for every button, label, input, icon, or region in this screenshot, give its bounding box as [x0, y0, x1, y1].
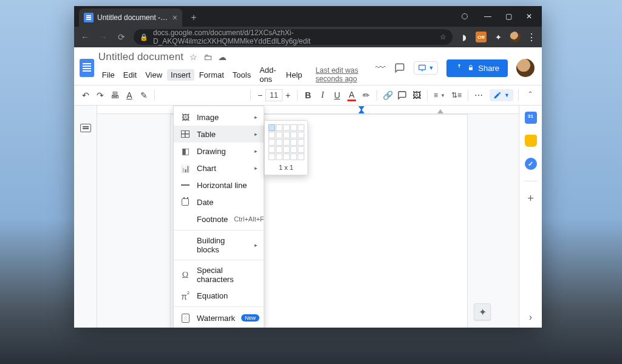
redo-button[interactable]: ↷ [94, 88, 107, 103]
table-grid-cell[interactable] [290, 153, 297, 160]
underline-button[interactable]: U [330, 88, 344, 103]
table-grid-cell[interactable] [283, 124, 290, 131]
add-addon-button[interactable]: + [527, 192, 534, 205]
table-grid-cell[interactable] [283, 146, 290, 153]
close-window-button[interactable]: ✕ [519, 8, 539, 25]
menu-view[interactable]: View [142, 69, 166, 81]
share-button[interactable]: Share [446, 59, 508, 77]
account-indicator-icon[interactable] [462, 13, 468, 19]
table-grid-cell[interactable] [290, 124, 297, 131]
address-bar[interactable]: 🔒 docs.google.com/document/d/12XCsAzhXi-… [134, 29, 453, 45]
extensions-puzzle-icon[interactable]: ✦ [493, 32, 504, 42]
move-button[interactable]: 🗀 [203, 52, 212, 62]
insert-menu-item-special-characters[interactable]: Special characters [174, 263, 264, 287]
table-grid-cell[interactable] [290, 139, 297, 146]
maximize-button[interactable]: ▢ [498, 8, 519, 25]
editing-mode-button[interactable]: ▼ [490, 89, 513, 101]
horizontal-ruler[interactable] [97, 106, 519, 114]
insert-menu-item-date[interactable]: Date [174, 194, 264, 211]
new-tab-button[interactable]: + [186, 10, 202, 25]
table-grid-cell[interactable] [268, 146, 275, 153]
extension-icon-2[interactable]: Off [476, 32, 487, 42]
italic-button[interactable]: I [316, 88, 329, 103]
account-avatar[interactable] [516, 59, 535, 77]
text-color-button[interactable]: A [345, 88, 358, 103]
insert-link-button[interactable]: 🔗 [381, 88, 394, 103]
insert-menu-item-building-blocks[interactable]: Building blocks▸ [174, 233, 264, 257]
table-grid-cell[interactable] [283, 153, 290, 160]
insert-menu-item-chart[interactable]: Chart▸ [174, 160, 264, 177]
print-button[interactable]: 🖶 [108, 88, 121, 103]
insert-menu-item-image[interactable]: Image▸ [174, 109, 264, 126]
profile-avatar-icon[interactable] [510, 32, 521, 42]
add-comment-button[interactable] [395, 88, 409, 103]
table-grid-cell[interactable] [298, 153, 304, 160]
last-edit-link[interactable]: Last edit was seconds ago [312, 65, 372, 84]
table-grid-cell[interactable] [298, 124, 304, 131]
activity-icon[interactable]: 〰 [375, 62, 386, 74]
cloud-saved-icon[interactable]: ☁ [218, 52, 227, 62]
font-size-increase[interactable]: + [282, 90, 293, 100]
table-grid-cell[interactable] [268, 124, 275, 131]
document-title[interactable]: Untitled document [98, 51, 183, 63]
table-grid-cell[interactable] [268, 139, 275, 146]
comments-icon[interactable] [394, 62, 405, 73]
spellcheck-button[interactable]: A [123, 88, 136, 103]
table-grid-cell[interactable] [298, 139, 304, 146]
paint-format-button[interactable]: ✎ [137, 88, 151, 103]
star-button[interactable]: ☆ [190, 52, 197, 62]
more-tools-button[interactable]: ⋯ [472, 88, 485, 103]
menu-edit[interactable]: Edit [120, 69, 140, 81]
present-button[interactable]: ▼ [414, 61, 438, 75]
table-grid-cell[interactable] [276, 132, 282, 138]
table-grid-cell[interactable] [276, 124, 282, 131]
explore-button[interactable]: ✦ [474, 303, 491, 320]
table-grid-cell[interactable] [276, 146, 282, 153]
outline-toggle-icon[interactable] [80, 124, 91, 132]
table-grid-cell[interactable] [283, 132, 290, 138]
highlight-button[interactable]: ✏ [360, 88, 373, 103]
browser-tab[interactable]: Untitled document - Google Doc × [79, 8, 182, 27]
menu-insert[interactable]: Insert [167, 69, 194, 81]
bookmark-star-icon[interactable]: ☆ [440, 33, 446, 41]
tasks-app-icon[interactable] [525, 158, 537, 170]
table-grid-cell[interactable] [298, 146, 304, 153]
ruler-right-margin-marker-icon[interactable] [437, 109, 443, 113]
insert-menu-item-drawing[interactable]: Drawing▸ [174, 143, 264, 160]
table-grid-cell[interactable] [290, 132, 297, 138]
insert-menu-item-horizontal-line[interactable]: Horizontal line [174, 177, 264, 194]
table-grid-cell[interactable] [276, 139, 282, 146]
align-dropdown[interactable]: ≡ ▼ [431, 91, 448, 99]
keep-app-icon[interactable] [525, 135, 537, 147]
menu-file[interactable]: File [98, 69, 118, 81]
menu-addons[interactable]: Add-ons [256, 64, 281, 85]
browser-menu-button[interactable]: ⋮ [527, 32, 537, 43]
back-button[interactable]: ← [79, 32, 91, 42]
bold-button[interactable]: B [301, 88, 315, 103]
menu-tools[interactable]: Tools [229, 69, 255, 81]
minimize-button[interactable]: — [477, 8, 498, 25]
table-grid-cell[interactable] [298, 132, 304, 138]
undo-button[interactable]: ↶ [79, 88, 92, 103]
table-grid-cell[interactable] [268, 132, 275, 138]
insert-menu-item-table[interactable]: Table▸ [174, 126, 264, 143]
line-spacing-button[interactable]: ⇅≡ [449, 91, 464, 99]
ruler-left-margin-marker-icon[interactable] [358, 109, 364, 113]
insert-menu-item-equation[interactable]: π²Equation [174, 287, 264, 304]
insert-menu-item-footnote[interactable]: FootnoteCtrl+Alt+F [174, 211, 264, 228]
insert-image-button[interactable]: 🖼 [410, 88, 423, 103]
table-grid[interactable] [268, 124, 304, 160]
font-size-value[interactable]: 11 [265, 89, 282, 101]
extension-icon-1[interactable]: ◗ [459, 32, 470, 42]
table-grid-cell[interactable] [290, 146, 297, 153]
table-grid-cell[interactable] [268, 153, 275, 160]
table-grid-cell[interactable] [283, 139, 290, 146]
reload-button[interactable]: ⟳ [115, 32, 128, 42]
insert-menu-item-headers-footers[interactable]: Headers & footers▸ [174, 326, 264, 328]
collapse-toolbar-button[interactable]: ˆ [524, 88, 537, 103]
insert-menu-item-watermark[interactable]: WatermarkNew [174, 309, 264, 326]
table-grid-cell[interactable] [276, 153, 282, 160]
menu-help[interactable]: Help [282, 69, 306, 81]
collapse-panel-button[interactable]: › [529, 312, 532, 323]
calendar-app-icon[interactable] [525, 112, 537, 124]
